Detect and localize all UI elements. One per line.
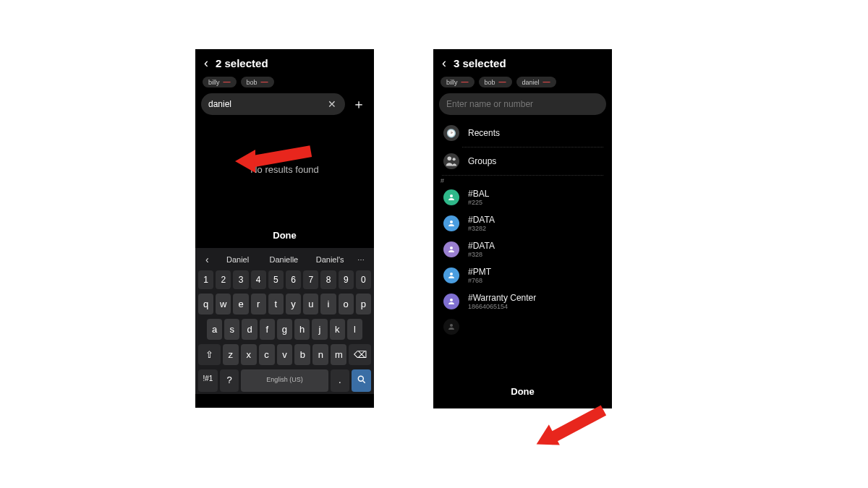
avatar-icon bbox=[443, 294, 459, 309]
key-backspace[interactable]: ⌫ bbox=[349, 344, 371, 365]
chip-bob[interactable]: bob — bbox=[479, 77, 512, 87]
key-x[interactable]: x bbox=[241, 344, 257, 365]
suggestion[interactable]: Daniel bbox=[215, 255, 261, 264]
back-icon[interactable]: ‹ bbox=[204, 56, 208, 69]
key-v[interactable]: v bbox=[277, 344, 293, 365]
key-1[interactable]: 1 bbox=[198, 270, 213, 289]
section-label: Recents bbox=[468, 128, 500, 138]
key-9[interactable]: 9 bbox=[339, 270, 354, 289]
key-o[interactable]: o bbox=[339, 294, 354, 314]
key-r[interactable]: r bbox=[251, 294, 266, 314]
section-label: Groups bbox=[468, 156, 496, 166]
remove-icon[interactable]: — bbox=[499, 78, 506, 86]
key-u[interactable]: u bbox=[303, 294, 318, 314]
key-z[interactable]: z bbox=[223, 344, 239, 365]
key-q[interactable]: q bbox=[198, 294, 213, 314]
key-h[interactable]: h bbox=[294, 319, 310, 340]
key-f[interactable]: f bbox=[260, 319, 275, 340]
contact-name: #PMT bbox=[468, 267, 491, 277]
suggestion-bar: ‹ Daniel Danielle Daniel's ⋯ bbox=[195, 251, 374, 268]
contact-name: #Warranty Center bbox=[468, 293, 536, 303]
key-l[interactable]: l bbox=[347, 319, 362, 340]
key-g[interactable]: g bbox=[277, 319, 292, 340]
key-period[interactable]: . bbox=[331, 369, 350, 392]
key-row-2: a s d f g h j k l bbox=[195, 317, 374, 342]
key-a[interactable]: a bbox=[207, 319, 222, 340]
contact-number: 18664065154 bbox=[468, 303, 536, 310]
search-placeholder: Enter name or number bbox=[446, 99, 599, 109]
remove-icon[interactable]: — bbox=[543, 78, 550, 86]
key-7[interactable]: 7 bbox=[303, 270, 318, 289]
key-p[interactable]: p bbox=[356, 294, 371, 314]
svg-point-2 bbox=[448, 157, 452, 161]
chip-billy[interactable]: billy — bbox=[441, 77, 475, 87]
key-row-4: !#1 ? English (US) . bbox=[195, 367, 374, 394]
key-3[interactable]: 3 bbox=[233, 270, 248, 289]
contact-number: #328 bbox=[468, 251, 495, 258]
key-shift[interactable]: ⇧ bbox=[198, 344, 221, 365]
key-s[interactable]: s bbox=[224, 319, 239, 340]
svg-point-8 bbox=[450, 299, 453, 301]
chip-label: daniel bbox=[522, 79, 540, 86]
clock-icon: 🕑 bbox=[443, 125, 459, 141]
chip-label: billy bbox=[446, 79, 458, 86]
suggestion[interactable]: Daniel's bbox=[307, 255, 353, 264]
key-space[interactable]: English (US) bbox=[241, 369, 328, 392]
key-y[interactable]: y bbox=[286, 294, 301, 314]
key-m[interactable]: m bbox=[331, 344, 346, 365]
key-question[interactable]: ? bbox=[220, 369, 239, 392]
no-results-text: No results found bbox=[195, 164, 374, 175]
contact-row[interactable]: #DATA #3282 bbox=[433, 210, 612, 236]
key-c[interactable]: c bbox=[259, 344, 275, 365]
search-input[interactable]: daniel ✕ bbox=[201, 93, 345, 115]
key-8[interactable]: 8 bbox=[320, 270, 336, 289]
key-b[interactable]: b bbox=[294, 344, 310, 365]
key-k[interactable]: k bbox=[330, 319, 345, 340]
key-search[interactable] bbox=[352, 369, 371, 392]
done-button[interactable]: Done bbox=[433, 379, 612, 404]
key-i[interactable]: i bbox=[320, 294, 336, 314]
key-n[interactable]: n bbox=[312, 344, 328, 365]
section-recents[interactable]: 🕑 Recents bbox=[433, 119, 612, 147]
keyboard: ‹ Daniel Danielle Daniel's ⋯ 1 2 3 4 5 6… bbox=[195, 248, 374, 394]
more-icon[interactable]: ⋯ bbox=[353, 256, 370, 264]
remove-icon[interactable]: — bbox=[461, 78, 469, 86]
done-button[interactable]: Done bbox=[195, 223, 374, 248]
contact-row[interactable]: #PMT #768 bbox=[433, 262, 612, 288]
key-w[interactable]: w bbox=[216, 294, 231, 314]
suggestion[interactable]: Danielle bbox=[260, 255, 307, 264]
contact-row[interactable]: #BAL #225 bbox=[433, 184, 612, 210]
chip-billy[interactable]: billy — bbox=[203, 77, 237, 87]
key-0[interactable]: 0 bbox=[356, 270, 371, 289]
key-d[interactable]: d bbox=[242, 319, 257, 340]
section-groups[interactable]: Groups bbox=[433, 147, 612, 175]
clear-icon[interactable]: ✕ bbox=[326, 98, 338, 110]
keyboard-back-icon[interactable]: ‹ bbox=[200, 254, 215, 265]
add-icon[interactable]: ＋ bbox=[349, 95, 368, 113]
svg-point-0 bbox=[358, 376, 363, 381]
key-4[interactable]: 4 bbox=[251, 270, 266, 289]
contact-row[interactable]: #DATA #328 bbox=[433, 236, 612, 262]
remove-icon[interactable]: — bbox=[261, 78, 268, 86]
search-value: daniel bbox=[208, 99, 326, 109]
remove-icon[interactable]: — bbox=[224, 78, 231, 86]
key-row-3: ⇧ z x c v b n m ⌫ bbox=[195, 342, 374, 367]
back-icon[interactable]: ‹ bbox=[442, 56, 446, 69]
selected-chips: billy — bob — bbox=[195, 74, 374, 93]
contact-name: #DATA bbox=[468, 241, 495, 251]
chip-bob[interactable]: bob — bbox=[241, 77, 274, 87]
contact-text: #Warranty Center 18664065154 bbox=[468, 293, 536, 310]
key-symbols[interactable]: !#1 bbox=[198, 369, 218, 392]
chip-label: billy bbox=[208, 79, 220, 86]
key-j[interactable]: j bbox=[312, 319, 327, 340]
chip-label: bob bbox=[247, 79, 258, 86]
key-5[interactable]: 5 bbox=[268, 270, 284, 289]
contact-row[interactable] bbox=[433, 314, 612, 339]
contact-row[interactable]: #Warranty Center 18664065154 bbox=[433, 288, 612, 314]
key-t[interactable]: t bbox=[268, 294, 284, 314]
chip-daniel[interactable]: daniel — bbox=[516, 77, 556, 87]
key-6[interactable]: 6 bbox=[286, 270, 301, 289]
search-input[interactable]: Enter name or number bbox=[439, 93, 606, 115]
key-e[interactable]: e bbox=[233, 294, 248, 314]
key-2[interactable]: 2 bbox=[216, 270, 231, 289]
